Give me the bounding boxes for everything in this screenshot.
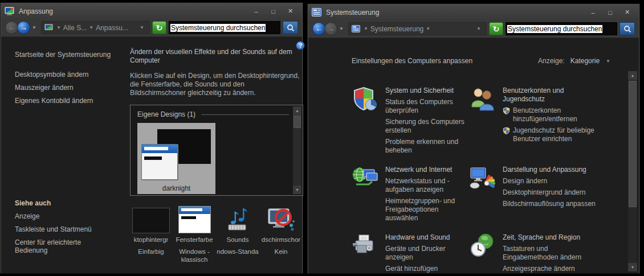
tile-sublabel: Kein [274, 248, 287, 256]
category-link[interactable]: Netzwerkstatus und -aufgaben anzeigen [385, 177, 466, 194]
view-by-value: Kategorie [570, 57, 600, 65]
category-title[interactable]: Benutzerkonten und Jugendschutz [503, 86, 601, 104]
sidebar-item-taskbar-startmenu[interactable]: Taskleiste und Startmenü [15, 225, 113, 233]
maximize-button[interactable]: □ [265, 6, 282, 16]
window-title: Anpassung [19, 7, 53, 15]
breadcrumb[interactable]: ▼ Alle S... ▼ Anpassu... ▼ [41, 21, 150, 34]
view-by-dropdown[interactable]: Kategorie ▼ [570, 57, 613, 65]
sidebar-item-account-picture[interactable]: Eigenes Kontobild ändern [15, 97, 113, 105]
page-heading: Einstellungen des Computers anpassen [352, 57, 472, 65]
page-description: Klicken Sie auf ein Design, um den Deskt… [130, 72, 303, 97]
category-link[interactable]: Design ändern [503, 177, 601, 186]
themes-group-label: Eigene Designs (1) [137, 110, 289, 118]
minimize-button[interactable]: – [248, 6, 264, 16]
search-icon [623, 25, 631, 33]
category-link-label: Jugendschutz für beliebige Benutzer einr… [513, 126, 601, 143]
back-button[interactable]: ← [5, 21, 18, 34]
back-button[interactable]: ← [312, 22, 325, 35]
category-title[interactable]: System und Sicherheit [385, 86, 466, 95]
category-link[interactable]: Sicherung des Computers erstellen [385, 118, 466, 135]
category-title[interactable]: Zeit, Sprache und Region [503, 233, 601, 242]
search-button[interactable] [283, 21, 298, 34]
tile-sublabel: ndows-Standa [217, 248, 259, 256]
sidebar-item-mouse-pointer[interactable]: Mauszeiger ändern [15, 84, 113, 92]
scroll-down-icon[interactable]: ▼ [293, 186, 301, 194]
category-link[interactable]: Heimnetzgruppen- und Freigabeoptionen au… [385, 197, 466, 223]
help-icon[interactable]: ? [296, 41, 305, 50]
category-link[interactable]: Geräte und Drucker anzeigen [385, 245, 466, 262]
refresh-button[interactable]: ↻ [489, 22, 503, 35]
category-title[interactable]: Hardware und Sound [385, 233, 466, 242]
category-link[interactable]: Anzeigesprache ändern [503, 265, 601, 273]
category-link-uac[interactable]: Benutzerkonten hinzufügen/entfernen [503, 106, 601, 123]
theme-item-darknight[interactable]: darknight [137, 123, 215, 194]
recent-pages-dropdown-icon[interactable]: ▼ [32, 25, 36, 30]
search-placeholder: Systemsteuerung durchsuchen [170, 24, 266, 32]
category-link[interactable]: Status des Computers überprüfen [385, 98, 466, 115]
scroll-down-icon[interactable]: ▼ [628, 263, 637, 271]
sounds-notes-icon [224, 206, 251, 233]
minimize-button[interactable]: – [585, 7, 601, 17]
category-link[interactable]: Probleme erkennen und beheben [385, 138, 466, 155]
uac-shield-icon [503, 107, 510, 114]
scroll-up-icon[interactable]: ▲ [628, 71, 637, 80]
breadcrumb-current[interactable]: Systemsteuerung [370, 25, 423, 33]
search-input[interactable]: Systemsteuerung durchsuchen [506, 22, 617, 35]
tile-desktop-background[interactable]: ktophintergr Einfarbig [130, 205, 172, 263]
sidebar-item-ease-of-access[interactable]: Center für erleichterte Bedienung [15, 238, 113, 254]
breadcrumb-root[interactable]: Alle S... [63, 24, 87, 32]
tile-sounds[interactable]: Sounds ndows-Standa [217, 205, 259, 263]
scroll-up-icon[interactable]: ▲ [293, 106, 301, 115]
theme-preview-window [141, 144, 178, 180]
scrollbar-thumb[interactable] [629, 81, 637, 207]
category-link[interactable]: Tastaturen und Eingabemethoden ändern [503, 245, 601, 262]
security-shield-icon [352, 86, 378, 112]
category-title[interactable]: Netzwerk und Internet [385, 166, 466, 174]
printer-icon [352, 233, 378, 259]
breadcrumb-history-icon[interactable]: ▼ [474, 26, 483, 31]
chevron-down-icon[interactable]: ▼ [54, 25, 63, 30]
page-heading: Ändern der visuellen Effekte und der Sou… [130, 48, 303, 65]
search-input[interactable]: Systemsteuerung durchsuchen [169, 21, 280, 34]
tile-screensaver[interactable]: dschirmschor Kein [260, 205, 302, 263]
refresh-button[interactable]: ↻ [152, 21, 166, 34]
titlebar[interactable]: Systemsteuerung – □ ✕ [308, 5, 639, 20]
category-link[interactable]: Gerät hinzufügen [385, 265, 466, 273]
themes-scrollbar[interactable]: ▲ ▼ [293, 106, 301, 194]
search-icon [287, 24, 295, 32]
breadcrumb[interactable]: ▼ Systemsteuerung ▼ ▼ [348, 22, 487, 35]
breadcrumb-history-icon[interactable]: ▼ [137, 25, 146, 30]
chevron-down-icon[interactable]: ▼ [87, 25, 96, 30]
category-link[interactable]: Bildschirmauflösung anpassen [503, 200, 601, 208]
tile-window-color[interactable]: Fensterfarbe Windows - klassisch [173, 205, 215, 263]
sidebar-item-desktop-icons[interactable]: Desktopsymbole ändern [15, 71, 113, 79]
maximize-button[interactable]: □ [602, 7, 618, 17]
window-title: Systemsteuerung [326, 9, 379, 17]
category-link-uac[interactable]: Jugendschutz für beliebige Benutzer einr… [503, 126, 601, 143]
titlebar[interactable]: Anpassung – □ ✕ [1, 3, 302, 19]
forward-button[interactable]: → [324, 22, 337, 35]
forward-button[interactable]: → [17, 21, 30, 34]
chevron-down-icon[interactable]: ▼ [361, 26, 370, 31]
close-button[interactable]: ✕ [282, 6, 299, 16]
address-bar: ← → ▼ ▼ Alle S... ▼ Anpassu... ▼ ↻ Syste… [1, 19, 302, 37]
category-link[interactable]: Desktophintergrund ändern [503, 188, 601, 197]
category-clock-language: Zeit, Sprache und Region Tastaturen und … [469, 233, 639, 273]
content-scrollbar[interactable]: ▲ ▼ [628, 71, 637, 271]
chevron-down-icon[interactable]: ▼ [423, 26, 433, 31]
breadcrumb-current[interactable]: Anpassu... [96, 24, 128, 32]
sidebar-item-home[interactable]: Startseite der Systemsteuerung [15, 51, 113, 59]
control-panel-home: Einstellungen des Computers anpassen Anz… [308, 38, 639, 273]
sidebar-item-display[interactable]: Anzeige [15, 212, 113, 220]
recent-pages-dropdown-icon[interactable]: ▼ [339, 26, 344, 31]
control-panel-window: Systemsteuerung – □ ✕ ← → ▼ ▼ Systemsteu… [308, 4, 639, 273]
close-button[interactable]: ✕ [619, 7, 635, 17]
users-icon [469, 86, 495, 112]
search-button[interactable] [619, 22, 635, 35]
category-title[interactable]: Darstellung und Anpassung [503, 166, 601, 174]
tile-label: ktophintergr [134, 236, 169, 243]
personalization-icon [5, 7, 14, 15]
scrollbar-thumb[interactable] [294, 116, 301, 128]
personalization-window: Anpassung – □ ✕ ← → ▼ ▼ Alle S... ▼ Anpa… [1, 3, 303, 273]
desktop-background-icon [132, 208, 170, 233]
